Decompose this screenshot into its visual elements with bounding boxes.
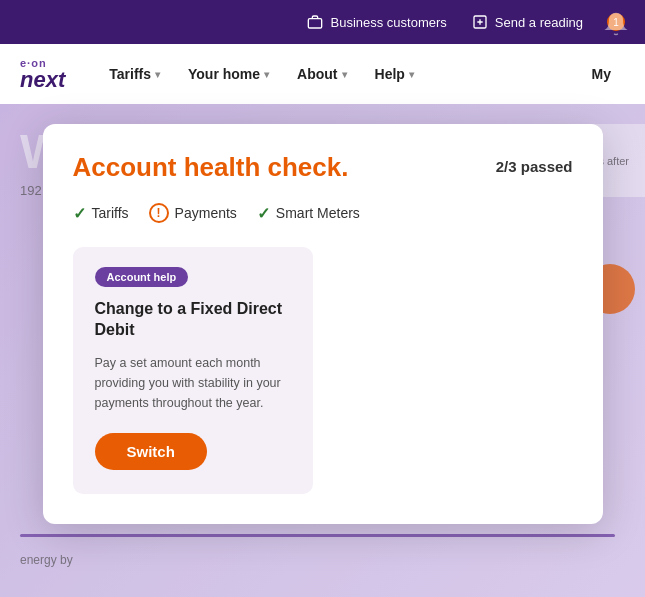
chevron-down-icon: ▾: [155, 69, 160, 80]
nav-your-home[interactable]: Your home ▾: [174, 44, 283, 104]
check-tariffs: ✓ Tariffs: [73, 204, 129, 223]
nav-items: Tariffs ▾ Your home ▾ About ▾ Help ▾ My: [95, 44, 625, 104]
nav-tariffs[interactable]: Tariffs ▾: [95, 44, 174, 104]
chevron-down-icon: ▾: [342, 69, 347, 80]
eon-next-logo[interactable]: e·on next: [20, 58, 65, 91]
account-health-check-modal: Account health check. 2/3 passed ✓ Tarif…: [43, 124, 603, 524]
account-help-card: Account help Change to a Fixed Direct De…: [73, 247, 313, 494]
card-badge: Account help: [95, 267, 189, 287]
switch-button[interactable]: Switch: [95, 433, 207, 470]
modal-header: Account health check. 2/3 passed: [73, 152, 573, 183]
modal-overlay: Account health check. 2/3 passed ✓ Tarif…: [0, 104, 645, 597]
chevron-down-icon: ▾: [264, 69, 269, 80]
briefcase-icon: [306, 13, 324, 31]
modal-title: Account health check.: [73, 152, 349, 183]
notification-count-badge: 1: [607, 13, 625, 31]
card-description: Pay a set amount each month providing yo…: [95, 353, 291, 413]
check-pass-icon: ✓: [73, 204, 86, 223]
nav-bar: e·on next Tariffs ▾ Your home ▾ About ▾ …: [0, 44, 645, 104]
nav-about[interactable]: About ▾: [283, 44, 360, 104]
meter-icon: [471, 13, 489, 31]
svg-rect-0: [309, 19, 322, 28]
card-title: Change to a Fixed Direct Debit: [95, 299, 291, 341]
check-payments: ! Payments: [149, 203, 237, 223]
modal-passed-count: 2/3 passed: [496, 152, 573, 175]
nav-my-account[interactable]: My: [578, 44, 625, 104]
check-pass-icon: ✓: [257, 204, 270, 223]
nav-help[interactable]: Help ▾: [361, 44, 428, 104]
notifications-button[interactable]: 1: [607, 13, 625, 31]
top-bar: Business customers Send a reading 1: [0, 0, 645, 44]
business-customers-link[interactable]: Business customers: [306, 13, 446, 31]
check-smart-meters: ✓ Smart Meters: [257, 204, 360, 223]
modal-checks: ✓ Tariffs ! Payments ✓ Smart Meters: [73, 203, 573, 223]
check-warning-icon: !: [149, 203, 169, 223]
chevron-down-icon: ▾: [409, 69, 414, 80]
send-reading-link[interactable]: Send a reading: [471, 13, 583, 31]
